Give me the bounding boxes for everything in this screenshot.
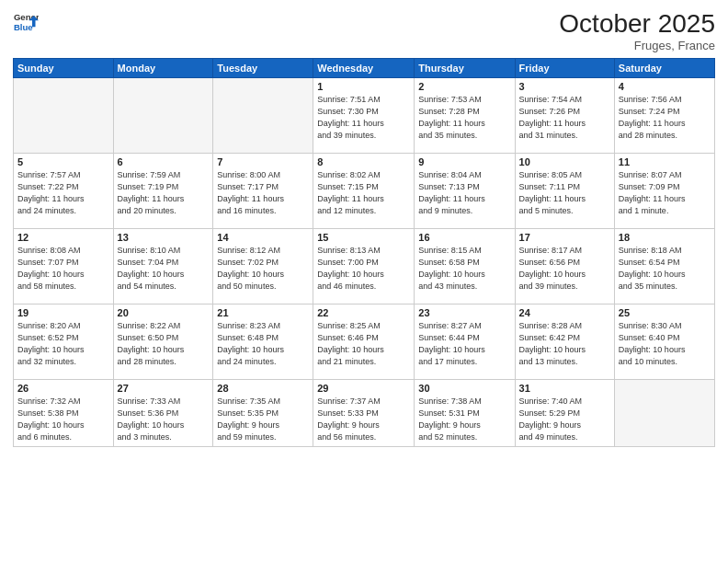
calendar-cell: 16Sunrise: 8:15 AMSunset: 6:58 PMDayligh… bbox=[415, 229, 515, 304]
calendar-week-3: 12Sunrise: 8:08 AMSunset: 7:07 PMDayligh… bbox=[14, 229, 715, 304]
col-saturday: Saturday bbox=[614, 59, 714, 78]
day-info: Sunrise: 7:57 AMSunset: 7:22 PMDaylight:… bbox=[17, 169, 109, 217]
day-number: 7 bbox=[217, 156, 309, 167]
day-number: 26 bbox=[17, 383, 109, 394]
day-number: 22 bbox=[317, 307, 410, 318]
day-number: 14 bbox=[217, 232, 309, 243]
day-info: Sunrise: 7:53 AMSunset: 7:28 PMDaylight:… bbox=[418, 94, 510, 142]
day-number: 25 bbox=[619, 307, 711, 318]
logo-icon: General Blue bbox=[13, 9, 39, 35]
day-number: 16 bbox=[418, 232, 510, 243]
day-info: Sunrise: 8:28 AMSunset: 6:42 PMDaylight:… bbox=[519, 320, 610, 368]
day-info: Sunrise: 8:00 AMSunset: 7:17 PMDaylight:… bbox=[217, 169, 309, 217]
day-info: Sunrise: 8:27 AMSunset: 6:44 PMDaylight:… bbox=[418, 320, 510, 368]
calendar-cell bbox=[113, 78, 213, 154]
day-info: Sunrise: 7:40 AMSunset: 5:29 PMDaylight:… bbox=[519, 396, 610, 443]
day-info: Sunrise: 7:32 AMSunset: 5:38 PMDaylight:… bbox=[17, 396, 109, 443]
day-info: Sunrise: 8:02 AMSunset: 7:15 PMDaylight:… bbox=[317, 169, 410, 217]
calendar-header-row: Sunday Monday Tuesday Wednesday Thursday… bbox=[14, 59, 715, 78]
day-info: Sunrise: 8:08 AMSunset: 7:07 PMDaylight:… bbox=[17, 245, 109, 293]
calendar-cell: 28Sunrise: 7:35 AMSunset: 5:35 PMDayligh… bbox=[213, 380, 313, 447]
day-info: Sunrise: 7:56 AMSunset: 7:24 PMDaylight:… bbox=[619, 94, 711, 142]
day-info: Sunrise: 8:07 AMSunset: 7:09 PMDaylight:… bbox=[619, 169, 711, 217]
calendar-cell: 12Sunrise: 8:08 AMSunset: 7:07 PMDayligh… bbox=[14, 229, 114, 304]
day-number: 27 bbox=[118, 383, 210, 394]
day-info: Sunrise: 8:17 AMSunset: 6:56 PMDaylight:… bbox=[519, 245, 610, 293]
calendar-cell: 3Sunrise: 7:54 AMSunset: 7:26 PMDaylight… bbox=[515, 78, 614, 154]
day-info: Sunrise: 8:23 AMSunset: 6:48 PMDaylight:… bbox=[217, 320, 309, 368]
calendar-cell: 31Sunrise: 7:40 AMSunset: 5:29 PMDayligh… bbox=[515, 380, 614, 447]
calendar-cell: 14Sunrise: 8:12 AMSunset: 7:02 PMDayligh… bbox=[213, 229, 313, 304]
day-number: 28 bbox=[217, 383, 309, 394]
day-number: 30 bbox=[418, 383, 510, 394]
day-number: 5 bbox=[17, 156, 109, 167]
calendar-cell: 9Sunrise: 8:04 AMSunset: 7:13 PMDaylight… bbox=[415, 154, 515, 229]
day-info: Sunrise: 8:30 AMSunset: 6:40 PMDaylight:… bbox=[619, 320, 711, 368]
calendar-cell: 19Sunrise: 8:20 AMSunset: 6:52 PMDayligh… bbox=[14, 304, 114, 380]
day-number: 21 bbox=[217, 307, 309, 318]
calendar-cell: 30Sunrise: 7:38 AMSunset: 5:31 PMDayligh… bbox=[415, 380, 515, 447]
day-info: Sunrise: 7:51 AMSunset: 7:30 PMDaylight:… bbox=[317, 94, 410, 142]
title-block: October 2025 Fruges, France bbox=[559, 9, 715, 52]
calendar-cell bbox=[213, 78, 313, 154]
calendar-cell: 29Sunrise: 7:37 AMSunset: 5:33 PMDayligh… bbox=[313, 380, 415, 447]
calendar-cell: 4Sunrise: 7:56 AMSunset: 7:24 PMDaylight… bbox=[614, 78, 714, 154]
day-number: 4 bbox=[619, 81, 711, 92]
day-number: 8 bbox=[317, 156, 410, 167]
day-info: Sunrise: 7:59 AMSunset: 7:19 PMDaylight:… bbox=[118, 169, 210, 217]
day-info: Sunrise: 8:13 AMSunset: 7:00 PMDaylight:… bbox=[317, 245, 410, 293]
calendar-cell: 5Sunrise: 7:57 AMSunset: 7:22 PMDaylight… bbox=[14, 154, 114, 229]
month-title: October 2025 bbox=[559, 9, 715, 39]
day-number: 15 bbox=[317, 232, 410, 243]
day-number: 12 bbox=[17, 232, 109, 243]
day-info: Sunrise: 7:38 AMSunset: 5:31 PMDaylight:… bbox=[418, 396, 510, 443]
calendar-cell: 23Sunrise: 8:27 AMSunset: 6:44 PMDayligh… bbox=[415, 304, 515, 380]
day-number: 29 bbox=[317, 383, 410, 394]
day-number: 23 bbox=[418, 307, 510, 318]
calendar-cell: 18Sunrise: 8:18 AMSunset: 6:54 PMDayligh… bbox=[614, 229, 714, 304]
day-info: Sunrise: 7:54 AMSunset: 7:26 PMDaylight:… bbox=[519, 94, 610, 142]
location: Fruges, France bbox=[559, 39, 715, 52]
calendar-cell: 13Sunrise: 8:10 AMSunset: 7:04 PMDayligh… bbox=[113, 229, 213, 304]
calendar-cell: 24Sunrise: 8:28 AMSunset: 6:42 PMDayligh… bbox=[515, 304, 614, 380]
day-info: Sunrise: 7:37 AMSunset: 5:33 PMDaylight:… bbox=[317, 396, 410, 443]
calendar-cell: 22Sunrise: 8:25 AMSunset: 6:46 PMDayligh… bbox=[313, 304, 415, 380]
calendar-cell: 6Sunrise: 7:59 AMSunset: 7:19 PMDaylight… bbox=[113, 154, 213, 229]
day-number: 18 bbox=[619, 232, 711, 243]
calendar-cell bbox=[14, 78, 114, 154]
calendar-cell: 17Sunrise: 8:17 AMSunset: 6:56 PMDayligh… bbox=[515, 229, 614, 304]
calendar-cell: 10Sunrise: 8:05 AMSunset: 7:11 PMDayligh… bbox=[515, 154, 614, 229]
day-number: 20 bbox=[118, 307, 210, 318]
day-number: 24 bbox=[519, 307, 610, 318]
calendar-cell: 15Sunrise: 8:13 AMSunset: 7:00 PMDayligh… bbox=[313, 229, 415, 304]
page: General Blue October 2025 Fruges, France… bbox=[0, 0, 728, 563]
col-tuesday: Tuesday bbox=[213, 59, 313, 78]
calendar-cell: 2Sunrise: 7:53 AMSunset: 7:28 PMDaylight… bbox=[415, 78, 515, 154]
logo: General Blue bbox=[13, 9, 39, 35]
day-number: 19 bbox=[17, 307, 109, 318]
day-number: 6 bbox=[118, 156, 210, 167]
calendar-week-1: 1Sunrise: 7:51 AMSunset: 7:30 PMDaylight… bbox=[14, 78, 715, 154]
calendar-cell: 20Sunrise: 8:22 AMSunset: 6:50 PMDayligh… bbox=[113, 304, 213, 380]
calendar-cell: 26Sunrise: 7:32 AMSunset: 5:38 PMDayligh… bbox=[14, 380, 114, 447]
day-info: Sunrise: 8:22 AMSunset: 6:50 PMDaylight:… bbox=[118, 320, 210, 368]
day-info: Sunrise: 7:35 AMSunset: 5:35 PMDaylight:… bbox=[217, 396, 309, 443]
calendar-cell bbox=[614, 380, 714, 447]
calendar: Sunday Monday Tuesday Wednesday Thursday… bbox=[13, 58, 715, 447]
day-info: Sunrise: 7:33 AMSunset: 5:36 PMDaylight:… bbox=[118, 396, 210, 443]
col-sunday: Sunday bbox=[14, 59, 114, 78]
calendar-cell: 27Sunrise: 7:33 AMSunset: 5:36 PMDayligh… bbox=[113, 380, 213, 447]
col-monday: Monday bbox=[113, 59, 213, 78]
col-thursday: Thursday bbox=[415, 59, 515, 78]
day-number: 31 bbox=[519, 383, 610, 394]
calendar-week-2: 5Sunrise: 7:57 AMSunset: 7:22 PMDaylight… bbox=[14, 154, 715, 229]
day-info: Sunrise: 8:05 AMSunset: 7:11 PMDaylight:… bbox=[519, 169, 610, 217]
day-number: 13 bbox=[118, 232, 210, 243]
day-number: 17 bbox=[519, 232, 610, 243]
calendar-cell: 1Sunrise: 7:51 AMSunset: 7:30 PMDaylight… bbox=[313, 78, 415, 154]
calendar-cell: 25Sunrise: 8:30 AMSunset: 6:40 PMDayligh… bbox=[614, 304, 714, 380]
day-number: 10 bbox=[519, 156, 610, 167]
day-number: 1 bbox=[317, 81, 410, 92]
day-number: 3 bbox=[519, 81, 610, 92]
day-info: Sunrise: 8:15 AMSunset: 6:58 PMDaylight:… bbox=[418, 245, 510, 293]
